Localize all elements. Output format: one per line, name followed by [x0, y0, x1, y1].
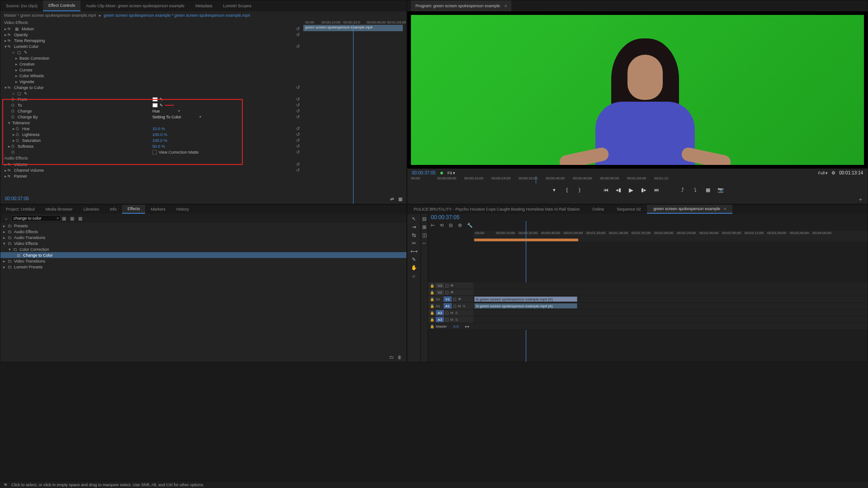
folder-video-tr[interactable]: Video Transitions [13, 259, 45, 263]
frame-back-icon[interactable]: ◂▮ [614, 186, 623, 194]
tab-audio-mixer[interactable]: Audio Clip Mixer: green screen spokesper… [80, 0, 190, 11]
track-v2-toggle[interactable]: V2 [436, 290, 444, 295]
s-icon[interactable]: S [455, 318, 459, 322]
value-lightness[interactable]: 100.0 % [152, 132, 167, 137]
audio-clip[interactable]: fxgreen screen spokesperson example.mp4 … [474, 303, 577, 309]
settings-icon[interactable]: ⚙ [831, 170, 835, 175]
tool-b3-icon[interactable]: ◫ [421, 232, 428, 238]
twirl-icon[interactable]: ▸ [3, 168, 8, 173]
export-frame-icon[interactable]: ▦ [704, 186, 712, 194]
timeline-tab-2[interactable]: Sequence 02 [610, 205, 647, 214]
pen-tool-icon[interactable]: ✎ [411, 256, 417, 263]
clear-search-icon[interactable]: × [57, 216, 59, 221]
resolution-dropdown[interactable]: Full▾ [818, 171, 828, 175]
s-icon[interactable]: S [455, 311, 459, 315]
folder-audio-tr[interactable]: Audio Transitions [13, 235, 45, 240]
twirl-icon[interactable]: ▸ [14, 74, 19, 78]
effects-search-input[interactable] [11, 215, 61, 221]
mute-icon[interactable]: ▢ [445, 311, 449, 315]
delete-icon[interactable]: 🗑 [396, 354, 403, 360]
timeline-work-area[interactable] [473, 238, 868, 242]
tab-media-browser[interactable]: Media Browser [40, 205, 78, 214]
ec-playhead[interactable] [353, 25, 354, 204]
eye-icon[interactable]: 👁 [458, 297, 462, 301]
lock-icon[interactable]: 🔒 [430, 291, 434, 295]
dropdown-change-by[interactable]: Setting To Color [152, 115, 201, 119]
tool-b4-icon[interactable]: ↔ [421, 240, 428, 246]
program-playhead[interactable] [536, 176, 536, 183]
slip-tool-icon[interactable]: ⟷ [411, 248, 417, 254]
keyframe-toggle-icon[interactable]: Ò [11, 150, 17, 155]
snap-icon[interactable]: ⊢ [431, 223, 437, 229]
step-fwd-icon[interactable]: ⏭ [652, 186, 660, 194]
tab-info[interactable]: Info [104, 205, 122, 214]
frame-fwd-icon[interactable]: ▮▸ [640, 186, 648, 194]
mask-pen-icon[interactable]: ✎ [24, 91, 28, 96]
track-a2-toggle[interactable]: A2 [436, 310, 444, 315]
effect-time-remapping[interactable]: Time Remapping [13, 38, 303, 43]
eyedropper-icon[interactable]: ✎ [160, 97, 163, 102]
twirl-icon[interactable]: ▾ [3, 241, 8, 246]
reset-icon[interactable]: ↺ [296, 138, 300, 143]
lumetri-creative[interactable]: Creative [19, 62, 303, 66]
yuv-filter-icon[interactable]: ▦ [77, 215, 83, 221]
panel-menu-icon[interactable]: ▦ [396, 196, 404, 202]
twirl-icon[interactable]: ▾ [3, 44, 8, 49]
keyframe-toggle-icon[interactable]: Ò [11, 109, 17, 113]
selection-tool-icon[interactable]: ↖ [411, 216, 417, 222]
toggle-timeline-icon[interactable]: ⇄ [388, 196, 396, 202]
track-v3-toggle[interactable]: V3 [436, 283, 444, 288]
toggle-output-icon[interactable]: ▢ [445, 291, 449, 295]
folder-lumetri-presets[interactable]: Lumetri Presets [13, 265, 42, 269]
keyframe-toggle-icon[interactable]: Ò [16, 127, 21, 131]
panel-menu-icon[interactable]: ≡ [505, 4, 507, 8]
tab-effects[interactable]: Effects [122, 205, 145, 214]
twirl-icon[interactable]: ▸ [3, 162, 8, 167]
wrench-icon[interactable]: 🔧 [467, 223, 473, 229]
timeline-ruler[interactable]: ;00;00 00;00;16;00 00;00;32;00 00;00;48;… [473, 231, 868, 238]
tab-metadata[interactable]: Metadata [190, 0, 218, 11]
mask-pen-icon[interactable]: ✎ [24, 50, 28, 55]
lock-icon[interactable]: 🔒 [430, 297, 434, 301]
track-a3-toggle[interactable]: A3 [436, 317, 444, 322]
eye-icon[interactable]: 👁 [450, 284, 454, 288]
reset-icon[interactable]: ↺ [296, 150, 300, 155]
reset-icon[interactable]: ↺ [296, 114, 300, 119]
effect-panner[interactable]: Panner [13, 174, 303, 178]
reset-icon[interactable]: ↺ [296, 103, 300, 108]
effect-channel-volume[interactable]: Channel Volume [13, 168, 303, 173]
eyedropper-icon[interactable]: ✎ [160, 103, 163, 108]
zoom-fit-dropdown[interactable]: Fit▾ [448, 171, 455, 175]
breadcrumb-sequence[interactable]: green screen spokesperson example * gree… [104, 13, 250, 18]
reset-icon[interactable]: ↺ [296, 108, 300, 113]
color-swatch-from[interactable] [152, 97, 158, 102]
panel-menu-icon[interactable]: ≡ [724, 206, 726, 211]
timeline-tab-1[interactable]: Online [586, 205, 610, 214]
new-bin-icon[interactable]: 🗀 [388, 354, 395, 360]
folder-presets[interactable]: Presets [13, 224, 28, 228]
twirl-icon[interactable]: ▸ [3, 38, 8, 43]
work-area-bar[interactable] [474, 239, 578, 241]
twirl-icon[interactable]: ▸ [11, 132, 16, 137]
twirl-icon[interactable]: ▾ [9, 247, 13, 252]
eye-icon[interactable]: 👁 [450, 291, 454, 295]
mute-icon[interactable]: ▢ [453, 304, 457, 308]
hand-tool-icon[interactable]: ✋ [411, 264, 417, 271]
program-viewer[interactable] [407, 11, 868, 169]
twirl-icon[interactable]: ▸ [11, 127, 16, 131]
effect-controls-timecode[interactable]: 00:00:37:06 [1, 194, 33, 203]
lock-icon[interactable]: 🔒 [430, 304, 434, 308]
ripple-tool-icon[interactable]: ⇆ [411, 232, 417, 238]
step-back-icon[interactable]: ⏮ [602, 186, 610, 194]
value-softness[interactable]: 50.0 % [152, 144, 165, 149]
effect-motion[interactable]: Motion [21, 27, 303, 31]
lumetri-vignette[interactable]: Vignette [19, 80, 303, 84]
output-icon[interactable]: ▸◂ [465, 324, 469, 328]
twirl-icon[interactable]: ▸ [3, 174, 8, 178]
timeline-tab-3[interactable]: green screen spokesperson example≡ [647, 205, 732, 214]
settings-icon[interactable]: ⚙ [458, 223, 464, 229]
twirl-icon[interactable]: ▸ [14, 68, 19, 72]
lumetri-wheels[interactable]: Color Wheels [19, 74, 303, 78]
tab-markers[interactable]: Markers [145, 205, 171, 214]
tool-b1-icon[interactable]: ⊟ [421, 216, 428, 222]
